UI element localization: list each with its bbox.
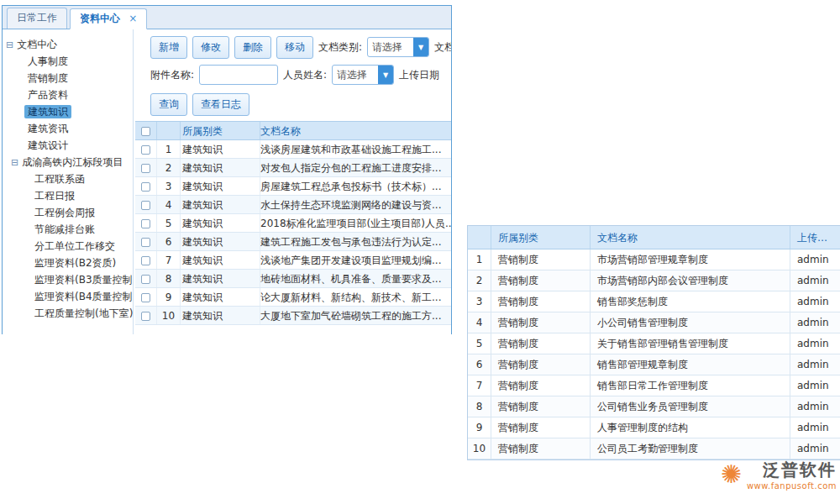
row-category: 营销制度 <box>491 291 591 312</box>
chevron-down-icon: ▼ <box>378 66 393 84</box>
table-row[interactable]: 4 建筑知识 水土保持生态环境监测网络的建设与资... <box>135 196 451 214</box>
row-checkbox[interactable] <box>141 238 150 247</box>
tree-root-project[interactable]: ⊟ 成渝高铁内江标段项目 <box>3 154 133 171</box>
tab-label: 资料中心 <box>80 13 120 24</box>
add-button[interactable]: 新增 <box>150 36 187 59</box>
row-doc-name[interactable]: 2018标准化监理项目部(业主项目部)人员... <box>260 214 451 232</box>
row-doc-name[interactable]: 公司员工考勤管理制度 <box>591 438 790 459</box>
row-doc-name[interactable]: 市场营销部内部会议管理制度 <box>591 270 790 291</box>
modify-button[interactable]: 修改 <box>192 36 229 59</box>
row-checkbox[interactable] <box>141 275 150 284</box>
row-doc-name[interactable]: 销售部管理规章制度 <box>591 354 790 375</box>
row-checkbox[interactable] <box>141 201 150 210</box>
close-icon[interactable]: × <box>129 13 137 24</box>
row-doc-name[interactable]: 地砖地面材料、机具准备、质量要求及... <box>260 270 451 287</box>
row-doc-name[interactable]: 浅谈房屋建筑和市政基础设施工程施工... <box>260 140 451 158</box>
row-doc-name[interactable]: 人事管理制度的结构 <box>591 417 790 438</box>
row-number: 8 <box>157 270 181 287</box>
doc-type-select[interactable]: 请选择 ▼ <box>367 37 429 57</box>
upload-date-label: 上传日期 <box>399 68 439 82</box>
tree-item[interactable]: 人事制度 <box>3 53 133 70</box>
tree-item[interactable]: 分工单位工作移交 <box>3 238 133 255</box>
row-doc-name[interactable]: 房屋建筑工程总承包投标书（技术标）... <box>260 177 451 195</box>
row-category: 建筑知识 <box>181 159 260 176</box>
row-checkbox[interactable] <box>141 219 150 228</box>
tree-item[interactable]: 节能减排台账 <box>3 221 133 238</box>
row-checkbox[interactable] <box>141 312 150 321</box>
table-row[interactable]: 9 营销制度 人事管理制度的结构 admin <box>468 417 840 438</box>
uploader-column-header: 上传… <box>790 226 840 249</box>
row-doc-name[interactable]: 销售部奖惩制度 <box>591 291 790 312</box>
row-doc-name[interactable]: 销售部日常工作管理制度 <box>591 375 790 396</box>
row-checkbox[interactable] <box>141 293 150 302</box>
tree-item[interactable]: 监理资料(B2资质) <box>3 255 133 271</box>
row-doc-name[interactable]: 关于销售部管理销售管理制度 <box>591 333 790 354</box>
table-row[interactable]: 7 营销制度 销售部日常工作管理制度 admin <box>468 375 840 396</box>
attachment-name-input[interactable] <box>199 65 278 85</box>
row-checkbox[interactable] <box>141 164 150 173</box>
row-checkbox[interactable] <box>141 182 150 192</box>
row-number: 2 <box>468 270 491 291</box>
tree-root-document-center[interactable]: ⊟ 文档中心 <box>3 36 133 53</box>
tree-item[interactable]: 建筑设计 <box>3 137 133 154</box>
table-row[interactable]: 2 建筑知识 对发包人指定分包的工程施工进度安排... <box>135 159 451 177</box>
delete-button[interactable]: 删除 <box>234 36 271 59</box>
table-row[interactable]: 6 建筑知识 建筑工程施工发包与承包违法行为认定... <box>135 233 451 251</box>
row-doc-name[interactable]: 论大厦新材料、新结构、新技术、新工... <box>260 288 451 306</box>
row-category: 营销制度 <box>491 375 591 396</box>
tab-data-center[interactable]: 资料中心 × <box>70 8 147 29</box>
table-row[interactable]: 10 建筑知识 大厦地下室加气砼墙砌筑工程的施工方... <box>135 307 451 325</box>
table-row[interactable]: 7 建筑知识 浅谈地产集团开发建设项目监理规划编... <box>135 251 451 270</box>
row-doc-name[interactable]: 大厦地下室加气砼墙砌筑工程的施工方... <box>260 307 451 324</box>
row-category: 建筑知识 <box>181 140 260 158</box>
table-row[interactable]: 5 营销制度 关于销售部管理销售管理制度 admin <box>468 333 840 354</box>
row-checkbox[interactable] <box>141 256 150 265</box>
tree-item[interactable]: 工程日报 <box>3 187 133 204</box>
row-doc-name[interactable]: 小公司销售管理制度 <box>591 312 790 333</box>
tab-daily-work[interactable]: 日常工作 <box>7 8 67 29</box>
view-log-button[interactable]: 查看日志 <box>192 93 249 116</box>
row-category: 建筑知识 <box>181 196 260 213</box>
table-row[interactable]: 2 营销制度 市场营销部内部会议管理制度 admin <box>468 270 840 291</box>
row-category: 建筑知识 <box>181 307 260 324</box>
row-doc-name[interactable]: 水土保持生态环境监测网络的建设与资... <box>260 196 451 213</box>
row-number: 1 <box>157 140 181 158</box>
tree-item[interactable]: 工程例会周报 <box>3 204 133 221</box>
checkbox-cell <box>135 177 157 195</box>
tree-item[interactable]: 营销制度 <box>3 70 133 87</box>
table-row[interactable]: 1 建筑知识 浅谈房屋建筑和市政基础设施工程施工... <box>135 140 451 159</box>
tree-item[interactable]: 工程质量控制(地下室) <box>3 305 133 322</box>
row-checkbox[interactable] <box>141 145 150 155</box>
tree-item[interactable]: 工程联系函 <box>3 171 133 187</box>
tree-item-selected[interactable]: 建筑知识 <box>3 103 133 120</box>
collapse-icon[interactable]: ⊟ <box>6 40 13 50</box>
table-row[interactable]: 4 营销制度 小公司销售管理制度 admin <box>468 312 840 333</box>
select-all-checkbox[interactable] <box>141 127 150 136</box>
tree-item[interactable]: 建筑资讯 <box>3 120 133 137</box>
row-doc-name[interactable]: 公司销售业务员管理制度 <box>591 396 790 417</box>
table-row[interactable]: 3 建筑知识 房屋建筑工程总承包投标书（技术标）... <box>135 177 451 196</box>
tree-item[interactable]: 监理资料(B4质量控制) <box>3 288 133 305</box>
move-button[interactable]: 移动 <box>276 36 313 59</box>
table-row[interactable]: 1 营销制度 市场营销部管理规章制度 admin <box>468 249 840 270</box>
table-row[interactable]: 8 建筑知识 地砖地面材料、机具准备、质量要求及... <box>135 270 451 288</box>
tree-root-label: 文档中心 <box>17 38 57 52</box>
row-doc-name[interactable]: 建筑工程施工发包与承包违法行为认定... <box>260 233 451 250</box>
tab-bar: 日常工作 资料中心 × <box>3 6 451 29</box>
table-row[interactable]: 6 营销制度 销售部管理规章制度 admin <box>468 354 840 375</box>
table-row[interactable]: 8 营销制度 公司销售业务员管理制度 admin <box>468 396 840 417</box>
row-uploader: admin <box>790 438 840 459</box>
table-row[interactable]: 3 营销制度 销售部奖惩制度 admin <box>468 291 840 312</box>
table-row[interactable]: 10 营销制度 公司员工考勤管理制度 admin <box>468 438 840 459</box>
table-row[interactable]: 5 建筑知识 2018标准化监理项目部(业主项目部)人员... <box>135 214 451 233</box>
row-doc-name[interactable]: 对发包人指定分包的工程施工进度安排... <box>260 159 451 176</box>
table-row[interactable]: 9 建筑知识 论大厦新材料、新结构、新技术、新工... <box>135 288 451 307</box>
row-doc-name[interactable]: 市场营销部管理规章制度 <box>591 249 790 270</box>
tree-item[interactable]: 监理资料(B3质量控制) <box>3 271 133 288</box>
person-select[interactable]: 请选择 ▼ <box>332 65 394 85</box>
row-doc-name[interactable]: 浅谈地产集团开发建设项目监理规划编... <box>260 251 451 269</box>
checkbox-cell <box>135 233 157 250</box>
query-button[interactable]: 查询 <box>150 93 187 116</box>
collapse-icon[interactable]: ⊟ <box>11 158 18 167</box>
tree-item[interactable]: 产品资料 <box>3 87 133 103</box>
